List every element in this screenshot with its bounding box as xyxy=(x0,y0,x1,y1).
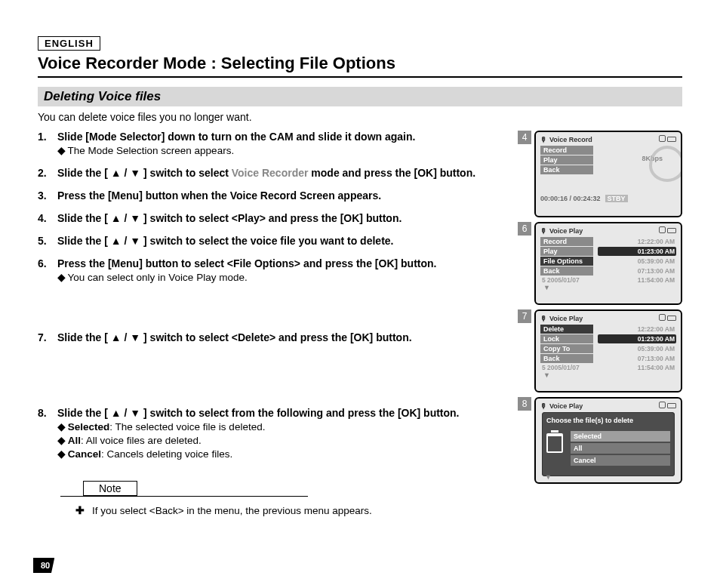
mic-icon xyxy=(540,227,547,235)
list-row[interactable]: 05:39:00 AM xyxy=(598,257,676,266)
menu-item[interactable]: Back xyxy=(540,165,593,174)
step-6: Press the [Menu] button to select <File … xyxy=(38,257,504,321)
stop-icon xyxy=(659,135,666,142)
popup-title: Choose the file(s) to delete xyxy=(546,417,670,425)
step-5: Slide the [ ▲ / ▼ ] switch to select the… xyxy=(38,235,504,247)
s6-bottom-left: 5 2005/01/07 xyxy=(542,276,580,284)
time-counter: 00:00:16 / 00:24:32 xyxy=(540,195,601,202)
battery-icon xyxy=(667,403,676,408)
menu-item[interactable]: Record xyxy=(540,237,593,246)
menu-item[interactable]: Delete xyxy=(540,325,593,334)
menu-item[interactable]: Back xyxy=(540,354,593,363)
menu-item[interactable]: Back xyxy=(540,266,593,276)
screenshots-column: 4 Voice Record RecordPlayBack 8Kbps 00:0… xyxy=(518,131,682,516)
status-stby: STBY xyxy=(605,195,628,202)
note-bullet-icon: ✚ xyxy=(75,505,92,516)
battery-icon xyxy=(667,137,676,142)
menu-item[interactable]: Copy To xyxy=(540,344,593,353)
menu-item[interactable]: File Options xyxy=(540,257,593,266)
popup-option[interactable]: All xyxy=(571,443,670,454)
step-1: Slide [Mode Selector] down to turn on th… xyxy=(38,131,504,156)
menu-item[interactable]: Record xyxy=(540,146,593,155)
page-title: Voice Recorder Mode : Selecting File Opt… xyxy=(38,54,682,78)
s6-bottom-right: 11:54:00 AM xyxy=(638,276,675,284)
list-row[interactable]: 05:39:00 AM xyxy=(598,344,676,353)
step-2: Slide the [ ▲ / ▼ ] switch to select Voi… xyxy=(38,167,504,179)
menu-item[interactable]: Play xyxy=(540,155,593,165)
head-silhouette-icon xyxy=(649,146,682,182)
screen6-title: Voice Play xyxy=(549,227,583,235)
delete-popup: Choose the file(s) to delete SelectedAll… xyxy=(542,412,675,476)
step-8: Slide the [ ▲ / ▼ ] switch to select fro… xyxy=(38,407,504,460)
screen-voice-record: Voice Record RecordPlayBack 8Kbps 00:00:… xyxy=(534,131,682,217)
list-row[interactable]: 01:23:00 AM xyxy=(598,334,676,343)
screen-badge-6: 6 xyxy=(518,222,531,236)
note-text: ✚If you select <Back> in the menu, the p… xyxy=(75,504,504,516)
battery-icon xyxy=(667,316,676,321)
list-row[interactable]: 07:13:00 AM xyxy=(598,266,676,276)
screen-voice-play-8: Voice Play Choose the file(s) to delete … xyxy=(534,397,682,484)
mic-icon xyxy=(540,402,547,410)
screen-badge-4: 4 xyxy=(518,131,531,144)
s7-bottom-left: 5 2005/01/07 xyxy=(542,364,580,371)
screen4-title: Voice Record xyxy=(549,136,592,143)
stop-icon xyxy=(659,226,666,233)
screen8-title: Voice Play xyxy=(549,402,583,410)
list-row[interactable]: 01:23:00 AM xyxy=(598,247,676,256)
chevron-down-icon: ▼ xyxy=(540,371,676,379)
screen7-title: Voice Play xyxy=(549,315,583,322)
stop-icon xyxy=(659,314,666,321)
screen-voice-play-6: Voice Play RecordPlayFile OptionsBack 12… xyxy=(534,222,682,305)
note-label: Note xyxy=(83,481,137,496)
step-4: Slide the [ ▲ / ▼ ] switch to select <Pl… xyxy=(38,212,504,224)
trash-icon xyxy=(546,433,563,453)
chevron-down-icon: ▼ xyxy=(540,284,676,291)
popup-option[interactable]: Cancel xyxy=(571,455,670,466)
page-number: 80 xyxy=(33,558,54,573)
note-body: If you select <Back> in the menu, the pr… xyxy=(92,505,372,516)
language-tag: ENGLISH xyxy=(38,36,100,51)
screen-badge-8: 8 xyxy=(518,397,531,411)
menu-item[interactable]: Lock xyxy=(540,334,593,343)
list-row[interactable]: 12:22:00 AM xyxy=(598,237,676,246)
intro-text: You can delete voice files you no longer… xyxy=(38,111,682,123)
chevron-down-icon: ▼ xyxy=(542,473,552,481)
battery-icon xyxy=(667,228,676,233)
stop-icon xyxy=(659,402,666,408)
list-row[interactable]: 12:22:00 AM xyxy=(598,325,676,334)
s7-bottom-right: 11:54:00 AM xyxy=(638,364,675,371)
mic-icon xyxy=(540,315,547,322)
list-row[interactable]: 07:13:00 AM xyxy=(598,354,676,363)
popup-option[interactable]: Selected xyxy=(571,431,670,442)
screen-badge-7: 7 xyxy=(518,309,531,323)
mic-icon xyxy=(540,136,547,143)
step-3: Press the [Menu] button when the Voice R… xyxy=(38,189,504,202)
steps-column: Slide [Mode Selector] down to turn on th… xyxy=(38,131,504,516)
menu-item[interactable]: Play xyxy=(540,247,593,256)
step-7: Slide the [ ▲ / ▼ ] switch to select <De… xyxy=(38,331,504,396)
screen-voice-play-7: Voice Play DeleteLockCopy ToBack 12:22:0… xyxy=(534,309,682,393)
section-heading: Deleting Voice files xyxy=(38,87,682,106)
